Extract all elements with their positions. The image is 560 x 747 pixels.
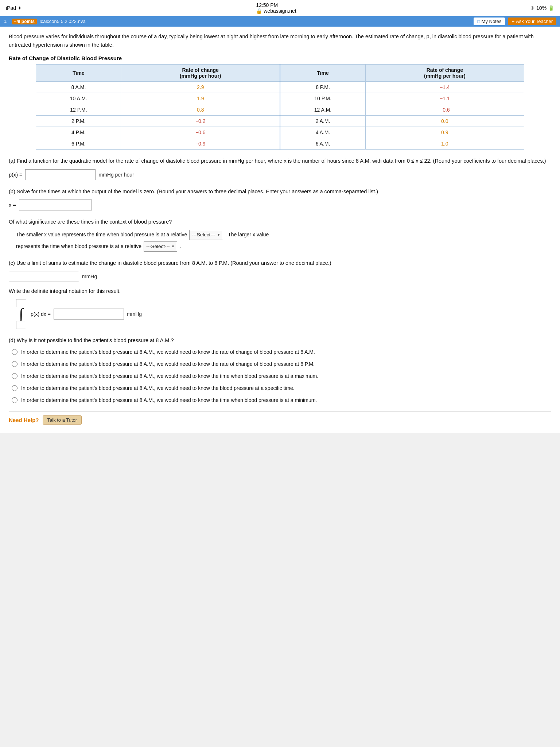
table-row: 2 P.M. (36, 116, 121, 127)
part-a-equation: p(x) = mmHg per hour (9, 169, 551, 180)
time-display: 12:50 PM (256, 2, 296, 8)
radio-option[interactable]: In order to determine the patient's bloo… (12, 372, 551, 380)
radio-button[interactable] (12, 397, 18, 403)
radio-label: In order to determine the patient's bloo… (21, 360, 315, 368)
table-row: −0.6 (366, 104, 524, 116)
table-row: 4 A.M. (280, 127, 366, 138)
data-table: Time Rate of change(mmHg per hour) Time … (36, 64, 524, 150)
description-text: Blood pressure varies for individuals th… (9, 32, 551, 49)
part-b-label: x = (9, 202, 16, 208)
sig-line1-before: The smaller x value represents the time … (16, 230, 187, 239)
need-help-section: Need Help? Talk to a Tutor (9, 411, 551, 425)
col-header-time2: Time (280, 65, 366, 82)
part-c: (c) Use a limit of sums to estimate the … (9, 259, 551, 329)
sig-line2-before: represents the time when blood pressure … (16, 242, 141, 251)
part-c-text: (c) Use a limit of sums to estimate the … (9, 259, 551, 267)
sig-line-2: represents the time when blood pressure … (16, 241, 551, 252)
part-b-input[interactable] (19, 200, 92, 210)
main-content: Blood pressure varies for individuals th… (0, 27, 560, 433)
radio-button[interactable] (12, 361, 18, 367)
table-row: 2 A.M. (280, 116, 366, 127)
integral-row: ∫ p(x) dx = mmHg (16, 299, 551, 329)
table-row: −0.6 (121, 127, 280, 138)
assignment-name: lcalccon5 5.2.022.nva (40, 19, 471, 24)
table-row: 4 P.M. (36, 127, 121, 138)
part-a: (a) Find a function for the quadratic mo… (9, 157, 551, 180)
part-c-answer-row: mmHg (9, 271, 551, 282)
table-row: 0.0 (366, 116, 524, 127)
status-right: ✳ 10% 🔋 (530, 5, 554, 11)
significance-block: The smaller x value represents the time … (16, 230, 551, 252)
part-a-label: p(x) = (9, 172, 22, 178)
table-row: 10 P.M. (280, 93, 366, 104)
table-row: 2.9 (121, 82, 280, 93)
table-row: 1.9 (121, 93, 280, 104)
radio-button[interactable] (12, 373, 18, 379)
toolbar-right: My Notes Ask Your Teacher (474, 18, 556, 25)
table-row: 6 A.M. (280, 138, 366, 150)
table-row: 0.9 (366, 127, 524, 138)
part-a-unit: mmHg per hour (98, 172, 134, 178)
url-display: 🔒 webassign.net (256, 8, 296, 14)
radio-button[interactable] (12, 349, 18, 355)
radio-label: In order to determine the patient's bloo… (21, 384, 295, 392)
status-center: 12:50 PM 🔒 webassign.net (256, 2, 296, 14)
table-title: Rate of Change of Diastolic Blood Pressu… (9, 55, 551, 61)
integral-value-input[interactable] (54, 309, 124, 320)
table-row: 8 P.M. (280, 82, 366, 93)
part-c-unit: mmHg (82, 274, 97, 279)
table-row: −0.9 (121, 138, 280, 150)
significance-intro: Of what significance are these times in … (9, 218, 551, 226)
radio-option[interactable]: In order to determine the patient's bloo… (12, 396, 551, 404)
radio-option[interactable]: In order to determine the patient's bloo… (12, 360, 551, 368)
talk-to-tutor-button[interactable]: Talk to a Tutor (43, 415, 82, 425)
part-d: (d) Why is it not possible to find the p… (9, 336, 551, 404)
radio-option[interactable]: In order to determine the patient's bloo… (12, 384, 551, 392)
table-row: 1.0 (366, 138, 524, 150)
table-row: −0.2 (121, 116, 280, 127)
radio-button[interactable] (12, 385, 18, 391)
significance-section: Of what significance are these times in … (9, 218, 551, 252)
table-row: 0.8 (121, 104, 280, 116)
col-header-time1: Time (36, 65, 121, 82)
part-a-input[interactable] (25, 169, 96, 180)
part-a-text: (a) Find a function for the quadratic mo… (9, 157, 551, 165)
toolbar: 1. –/9 points lcalccon5 5.2.022.nva My N… (0, 16, 560, 27)
table-row: 6 P.M. (36, 138, 121, 150)
table-row: −1.1 (366, 93, 524, 104)
sig-line2-period: . (179, 242, 181, 251)
integral-sign: ∫ (19, 307, 23, 321)
ask-teacher-button[interactable]: Ask Your Teacher (508, 18, 556, 25)
integral-expression: p(x) dx = (31, 311, 51, 317)
table-row: −1.4 (366, 82, 524, 93)
need-help-label: Need Help? (9, 417, 39, 423)
integral-notation-text: Write the definite integral notation for… (9, 287, 551, 295)
sig-line1-after: . The larger x value (225, 230, 269, 239)
col-header-rate1: Rate of change(mmHg per hour) (121, 65, 280, 82)
radio-label: In order to determine the patient's bloo… (21, 372, 318, 380)
sig-line-1: The smaller x value represents the time … (16, 230, 551, 240)
table-row: 10 A.M. (36, 93, 121, 104)
table-row: 8 A.M. (36, 82, 121, 93)
radio-option[interactable]: In order to determine the patient's bloo… (12, 348, 551, 356)
radio-group: In order to determine the patient's bloo… (12, 348, 551, 404)
radio-label: In order to determine the patient's bloo… (21, 396, 317, 404)
select-box-1[interactable]: ---Select--- (189, 230, 223, 240)
part-d-text: (d) Why is it not possible to find the p… (9, 336, 551, 345)
part-b-text: (b) Solve for the times at which the out… (9, 187, 551, 196)
status-bar: iPad ✦ 12:50 PM 🔒 webassign.net ✳ 10% 🔋 (0, 0, 560, 16)
integral-lower-bound[interactable] (16, 321, 26, 329)
status-left: iPad ✦ (6, 5, 22, 11)
question-number: 1. (4, 19, 8, 24)
part-c-input[interactable] (9, 271, 79, 282)
table-row: 12 A.M. (280, 104, 366, 116)
select-box-2[interactable]: ---Select--- (144, 241, 177, 252)
part-b: (b) Solve for the times at which the out… (9, 187, 551, 210)
col-header-rate2: Rate of change(mmHg per hour) (366, 65, 524, 82)
integral-unit: mmHg (127, 311, 142, 317)
radio-label: In order to determine the patient's bloo… (21, 348, 315, 356)
my-notes-button[interactable]: My Notes (474, 18, 505, 25)
part-b-equation: x = (9, 200, 551, 210)
points-badge: –/9 points (12, 19, 37, 24)
table-row: 12 P.M. (36, 104, 121, 116)
